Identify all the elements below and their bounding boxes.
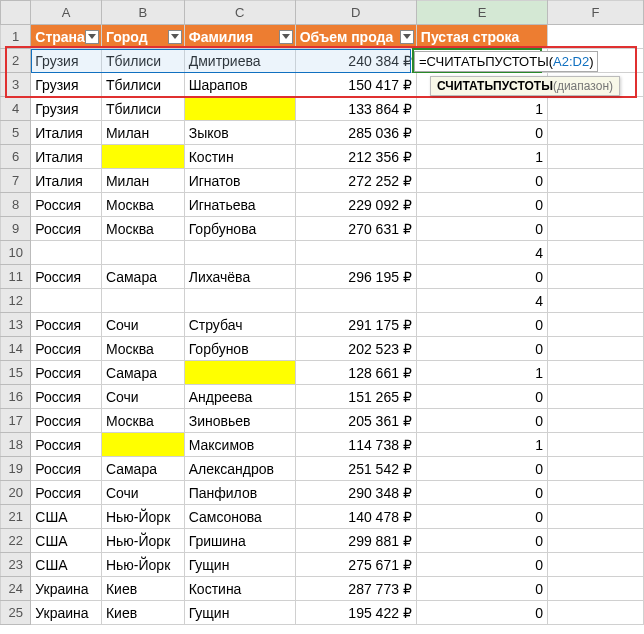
cell-D13[interactable]: 291 175 ₽: [295, 313, 416, 337]
filter-icon[interactable]: [279, 30, 293, 44]
cell-F12[interactable]: [548, 289, 644, 313]
cell-B12[interactable]: [101, 289, 184, 313]
cell-B23[interactable]: Нью-Йорк: [101, 553, 184, 577]
cell-D6[interactable]: 212 356 ₽: [295, 145, 416, 169]
row-header[interactable]: 3: [1, 73, 31, 97]
cell-D8[interactable]: 229 092 ₽: [295, 193, 416, 217]
cell-E24[interactable]: 0: [416, 577, 547, 601]
cell-B16[interactable]: Сочи: [101, 385, 184, 409]
row-header[interactable]: 2: [1, 49, 31, 73]
row-header[interactable]: 23: [1, 553, 31, 577]
row-header[interactable]: 7: [1, 169, 31, 193]
cell-B17[interactable]: Москва: [101, 409, 184, 433]
cell-A17[interactable]: Россия: [31, 409, 102, 433]
cell-D23[interactable]: 275 671 ₽: [295, 553, 416, 577]
cell-D12[interactable]: [295, 289, 416, 313]
cell-B25[interactable]: Киев: [101, 601, 184, 625]
cell-B21[interactable]: Нью-Йорк: [101, 505, 184, 529]
cell-B7[interactable]: Милан: [101, 169, 184, 193]
cell-D14[interactable]: 202 523 ₽: [295, 337, 416, 361]
row-header[interactable]: 18: [1, 433, 31, 457]
row-header[interactable]: 16: [1, 385, 31, 409]
cell-E13[interactable]: 0: [416, 313, 547, 337]
cell-C14[interactable]: Горбунов: [184, 337, 295, 361]
cell-D3[interactable]: 150 417 ₽: [295, 73, 416, 97]
cell-A20[interactable]: Россия: [31, 481, 102, 505]
cell-A6[interactable]: Италия: [31, 145, 102, 169]
cell-F7[interactable]: [548, 169, 644, 193]
header-surname[interactable]: Фамилия: [184, 25, 295, 49]
cell-F23[interactable]: [548, 553, 644, 577]
row-header[interactable]: 19: [1, 457, 31, 481]
row-header[interactable]: 5: [1, 121, 31, 145]
row-header[interactable]: 9: [1, 217, 31, 241]
header-country[interactable]: Страна: [31, 25, 102, 49]
cell-A24[interactable]: Украина: [31, 577, 102, 601]
cell-C6[interactable]: Костин: [184, 145, 295, 169]
cell-E11[interactable]: 0: [416, 265, 547, 289]
cell-A8[interactable]: Россия: [31, 193, 102, 217]
cell-B5[interactable]: Милан: [101, 121, 184, 145]
cell-E16[interactable]: 0: [416, 385, 547, 409]
row-header[interactable]: 14: [1, 337, 31, 361]
cell-A2[interactable]: Грузия: [31, 49, 102, 73]
cell-C11[interactable]: Лихачёва: [184, 265, 295, 289]
cell-A21[interactable]: США: [31, 505, 102, 529]
header-sales[interactable]: Объем прода: [295, 25, 416, 49]
cell-C19[interactable]: Александров: [184, 457, 295, 481]
cell-B14[interactable]: Москва: [101, 337, 184, 361]
cell-E19[interactable]: 0: [416, 457, 547, 481]
cell-F17[interactable]: [548, 409, 644, 433]
cell-A3[interactable]: Грузия: [31, 73, 102, 97]
cell-E12[interactable]: 4: [416, 289, 547, 313]
cell-F4[interactable]: [548, 97, 644, 121]
cell-D20[interactable]: 290 348 ₽: [295, 481, 416, 505]
cell-D4[interactable]: 133 864 ₽: [295, 97, 416, 121]
cell-E20[interactable]: 0: [416, 481, 547, 505]
cell-E17[interactable]: 0: [416, 409, 547, 433]
cell-F14[interactable]: [548, 337, 644, 361]
cell-D22[interactable]: 299 881 ₽: [295, 529, 416, 553]
cell-B20[interactable]: Сочи: [101, 481, 184, 505]
cell-C20[interactable]: Панфилов: [184, 481, 295, 505]
cell-B11[interactable]: Самара: [101, 265, 184, 289]
cell-F11[interactable]: [548, 265, 644, 289]
cell-E21[interactable]: 0: [416, 505, 547, 529]
row-header[interactable]: 21: [1, 505, 31, 529]
cell-E10[interactable]: 4: [416, 241, 547, 265]
cell-A13[interactable]: Россия: [31, 313, 102, 337]
cell-D5[interactable]: 285 036 ₽: [295, 121, 416, 145]
cell-D16[interactable]: 151 265 ₽: [295, 385, 416, 409]
cell-F21[interactable]: [548, 505, 644, 529]
col-header-F[interactable]: F: [548, 1, 644, 25]
cell-C5[interactable]: Зыков: [184, 121, 295, 145]
col-header-B[interactable]: B: [101, 1, 184, 25]
cell-A10[interactable]: [31, 241, 102, 265]
cell-E15[interactable]: 1: [416, 361, 547, 385]
cell-C4[interactable]: [184, 97, 295, 121]
cell-C13[interactable]: Струбач: [184, 313, 295, 337]
cell-D7[interactable]: 272 252 ₽: [295, 169, 416, 193]
cell-A7[interactable]: Италия: [31, 169, 102, 193]
cell-E6[interactable]: 1: [416, 145, 547, 169]
cell-F16[interactable]: [548, 385, 644, 409]
row-header[interactable]: 8: [1, 193, 31, 217]
cell-D11[interactable]: 296 195 ₽: [295, 265, 416, 289]
cell-A16[interactable]: Россия: [31, 385, 102, 409]
cell-C7[interactable]: Игнатов: [184, 169, 295, 193]
cell-B15[interactable]: Самара: [101, 361, 184, 385]
cell-E23[interactable]: 0: [416, 553, 547, 577]
col-header-C[interactable]: C: [184, 1, 295, 25]
cell-A23[interactable]: США: [31, 553, 102, 577]
cell-A14[interactable]: Россия: [31, 337, 102, 361]
cell-B18[interactable]: [101, 433, 184, 457]
cell-C23[interactable]: Гущин: [184, 553, 295, 577]
cell-C21[interactable]: Самсонова: [184, 505, 295, 529]
cell-A4[interactable]: Грузия: [31, 97, 102, 121]
cell-C2[interactable]: Дмитриева: [184, 49, 295, 73]
cell-E14[interactable]: 0: [416, 337, 547, 361]
filter-icon[interactable]: [85, 30, 99, 44]
cell-B24[interactable]: Киев: [101, 577, 184, 601]
cell-E4[interactable]: 1: [416, 97, 547, 121]
cell-F5[interactable]: [548, 121, 644, 145]
